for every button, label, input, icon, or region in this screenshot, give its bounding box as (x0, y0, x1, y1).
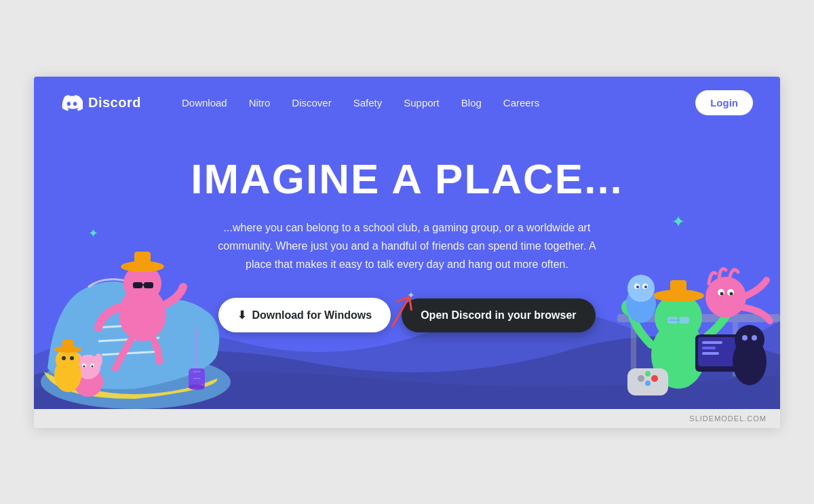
download-button-label: Download for Windows (252, 309, 372, 322)
svg-point-53 (638, 375, 644, 382)
nav-links: Download Nitro Discover Safety Support B… (182, 97, 695, 109)
open-browser-button[interactable]: Open Discord in your browser (402, 298, 595, 332)
nav-link-nitro[interactable]: Nitro (249, 97, 271, 109)
hero-section: ✦ ✦ ✦ (34, 77, 780, 409)
svg-point-56 (645, 381, 651, 386)
nav-link-safety[interactable]: Safety (353, 97, 383, 109)
footer-brand: SLIDEMODEL.COM (34, 409, 780, 428)
login-button[interactable]: Login (695, 90, 753, 115)
hero-content: IMAGINE A PLACE... ...where you can belo… (34, 129, 780, 374)
svg-point-29 (189, 385, 205, 390)
nav-link-blog[interactable]: Blog (461, 97, 482, 109)
discord-logo-icon (61, 92, 83, 113)
svg-point-54 (651, 375, 658, 382)
nav-link-discover[interactable]: Discover (292, 97, 331, 109)
nav-link-support[interactable]: Support (404, 97, 440, 109)
navbar: Discord Download Nitro Discover Safety S… (34, 77, 780, 129)
download-button[interactable]: ⬇ Download for Windows (218, 298, 391, 332)
download-icon: ⬇ (237, 309, 246, 322)
nav-link-careers[interactable]: Careers (503, 97, 539, 109)
hero-subtitle: ...where you can belong to a school club… (217, 218, 597, 274)
logo-text: Discord (88, 95, 141, 111)
page-wrapper: ✦ ✦ ✦ (34, 77, 780, 428)
logo-area[interactable]: Discord (61, 92, 141, 113)
hero-title: IMAGINE A PLACE... (47, 156, 767, 202)
nav-link-download[interactable]: Download (182, 97, 227, 109)
